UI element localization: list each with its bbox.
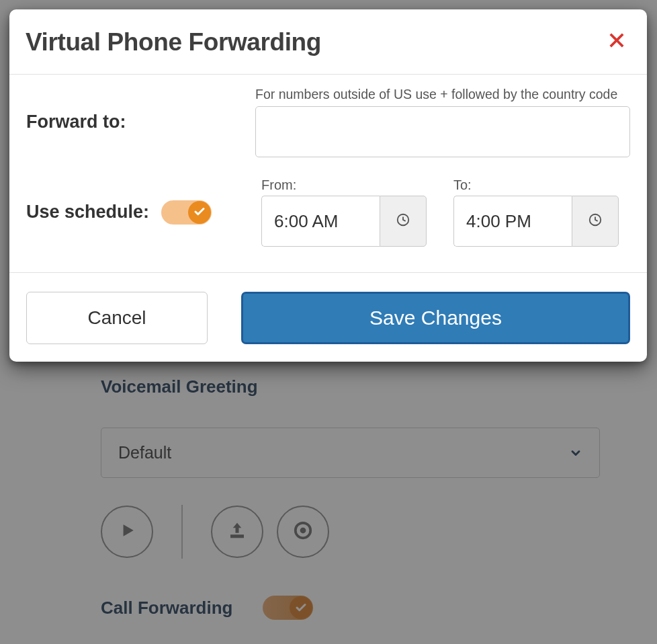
modal-title: Virtual Phone Forwarding: [26, 28, 321, 56]
use-schedule-label-col: Use schedule:: [26, 200, 261, 225]
virtual-phone-forwarding-modal: Virtual Phone Forwarding Forward to: For…: [9, 9, 647, 362]
forward-to-help: For numbers outside of US use + followed…: [255, 87, 630, 102]
cancel-label: Cancel: [87, 307, 146, 329]
from-time-picker-button[interactable]: [380, 196, 427, 247]
use-schedule-row: Use schedule: From:: [26, 177, 630, 247]
save-changes-button[interactable]: Save Changes: [241, 292, 630, 344]
from-label: From:: [261, 177, 427, 193]
clock-icon: [588, 212, 603, 230]
to-time-input[interactable]: [453, 196, 572, 247]
forward-to-input[interactable]: [255, 106, 630, 157]
clock-icon: [396, 212, 410, 230]
forward-to-label: Forward to:: [26, 112, 255, 132]
to-label: To:: [453, 177, 619, 193]
close-button[interactable]: [607, 31, 627, 54]
forward-to-field-col: For numbers outside of US use + followed…: [255, 87, 630, 157]
from-block: From:: [261, 177, 427, 247]
close-icon: [607, 42, 627, 53]
to-block: To:: [453, 177, 619, 247]
modal-footer: Cancel Save Changes: [9, 272, 647, 362]
cancel-button[interactable]: Cancel: [26, 292, 208, 344]
check-icon: [193, 202, 206, 223]
modal-header: Virtual Phone Forwarding: [9, 9, 647, 75]
toggle-knob: [188, 201, 211, 224]
to-input-wrap: [453, 196, 619, 247]
schedule-times: From: To:: [261, 177, 619, 247]
use-schedule-label: Use schedule:: [26, 202, 149, 223]
modal-body: Forward to: For numbers outside of US us…: [9, 75, 647, 272]
to-time-picker-button[interactable]: [572, 196, 619, 247]
from-input-wrap: [261, 196, 427, 247]
use-schedule-toggle[interactable]: [161, 200, 212, 225]
forward-to-row: Forward to: For numbers outside of US us…: [26, 87, 630, 157]
from-time-input[interactable]: [261, 196, 380, 247]
save-label: Save Changes: [369, 307, 502, 329]
